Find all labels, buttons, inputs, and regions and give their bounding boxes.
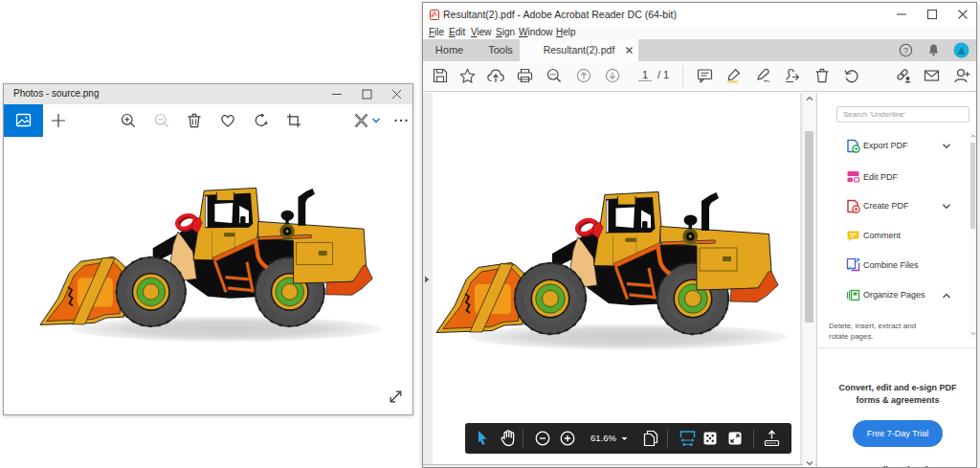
svg-text:?: ?	[903, 46, 908, 56]
